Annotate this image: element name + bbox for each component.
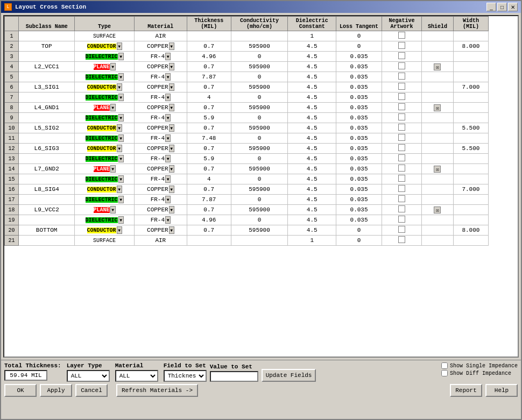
negative-artwork-checkbox[interactable] [398,185,405,192]
update-fields-button[interactable]: Update Fields [262,369,316,382]
negative-artwork-cell[interactable] [382,184,421,195]
material-dropdown-arrow[interactable]: ▼ [169,124,174,132]
material-dropdown-arrow[interactable]: ▼ [169,42,174,50]
layer-type-cell[interactable]: PLANE▼ [75,205,135,215]
negative-artwork-cell[interactable] [382,123,421,133]
material-cell[interactable]: FR-4▼ [134,52,187,62]
material-cell[interactable]: FR-4▼ [134,92,187,103]
negative-artwork-checkbox[interactable] [398,144,405,151]
type-dropdown-arrow[interactable]: ▼ [110,104,116,111]
material-cell[interactable]: FR-4▼ [134,133,187,144]
negative-artwork-checkbox[interactable] [398,134,405,141]
type-dropdown-arrow[interactable]: ▼ [118,73,124,81]
type-dropdown-arrow[interactable]: ▼ [110,206,116,213]
report-button[interactable]: Report [450,384,482,397]
material-dropdown-arrow[interactable]: ▼ [165,216,171,224]
material-dropdown-arrow[interactable]: ▼ [165,53,171,60]
material-dropdown-arrow[interactable]: ▼ [165,94,171,101]
negative-artwork-checkbox[interactable] [398,73,405,80]
layer-type-cell[interactable]: DIELECTRIC▼ [75,72,135,82]
material-dropdown-arrow[interactable]: ▼ [169,63,174,70]
type-dropdown-arrow[interactable]: ▼ [117,42,122,50]
material-cell[interactable]: FR-4▼ [134,72,187,82]
material-dropdown-arrow[interactable]: ▼ [169,206,174,213]
shield-cell[interactable] [422,92,454,103]
type-dropdown-arrow[interactable]: ▼ [110,165,116,173]
show-single-impedance-checkbox[interactable] [441,362,448,369]
type-dropdown-arrow[interactable]: ▼ [118,134,124,142]
material-dropdown-arrow[interactable]: ▼ [169,165,174,173]
negative-artwork-cell[interactable] [382,31,421,41]
negative-artwork-cell[interactable] [382,205,421,215]
shield-cell[interactable] [422,195,454,205]
shield-cell[interactable]: ☒ [422,103,454,113]
layer-type-cell[interactable]: CONDUCTOR▼ [75,123,135,133]
shield-cell[interactable]: ☒ [422,62,454,72]
negative-artwork-cell[interactable] [382,82,421,92]
negative-artwork-checkbox[interactable] [398,93,405,100]
minimize-button[interactable]: _ [486,3,496,11]
material-dropdown-arrow[interactable]: ▼ [169,83,174,91]
negative-artwork-checkbox[interactable] [398,216,405,223]
type-dropdown-arrow[interactable]: ▼ [110,63,116,70]
material-select[interactable]: ALL COPPER FR-4 AIR [115,370,158,382]
negative-artwork-cell[interactable] [382,62,421,72]
material-cell[interactable]: COPPER▼ [134,123,187,133]
help-button[interactable]: Help [485,384,518,397]
type-dropdown-arrow[interactable]: ▼ [118,114,124,122]
layer-type-cell[interactable]: DIELECTRIC▼ [75,113,135,123]
shield-cell[interactable] [422,133,454,144]
layer-type-cell[interactable]: DIELECTRIC▼ [75,174,135,184]
shield-cell[interactable] [422,123,454,133]
negative-artwork-checkbox[interactable] [398,124,405,131]
layer-type-cell[interactable]: PLANE▼ [75,164,135,174]
shield-cell[interactable] [422,225,454,236]
total-thickness-input[interactable] [4,370,47,381]
material-dropdown-arrow[interactable]: ▼ [169,226,174,234]
layer-type-cell[interactable]: DIELECTRIC▼ [75,215,135,225]
shield-cell[interactable] [422,174,454,184]
negative-artwork-cell[interactable] [382,215,421,225]
type-dropdown-arrow[interactable]: ▼ [117,124,122,132]
negative-artwork-cell[interactable] [382,92,421,103]
negative-artwork-cell[interactable] [382,52,421,62]
show-diff-impedance-checkbox[interactable] [441,370,448,376]
shield-checkbox-checked[interactable]: ☒ [434,104,441,111]
material-cell[interactable]: COPPER▼ [134,184,187,195]
material-cell[interactable]: COPPER▼ [134,41,187,52]
show-single-impedance-option[interactable]: Show Single Impedance [441,362,518,369]
layer-type-cell[interactable]: CONDUCTOR▼ [75,225,135,236]
material-cell[interactable]: FR-4▼ [134,154,187,164]
layer-type-cell[interactable]: DIELECTRIC▼ [75,154,135,164]
negative-artwork-cell[interactable] [382,144,421,154]
material-cell[interactable]: COPPER▼ [134,82,187,92]
material-cell[interactable]: FR-4▼ [134,113,187,123]
layer-type-cell[interactable]: PLANE▼ [75,103,135,113]
shield-checkbox-checked[interactable]: ☒ [434,207,441,213]
material-cell[interactable]: COPPER▼ [134,103,187,113]
negative-artwork-cell[interactable] [382,174,421,184]
layer-type-cell[interactable]: DIELECTRIC▼ [75,52,135,62]
layer-type-cell[interactable]: DIELECTRIC▼ [75,195,135,205]
negative-artwork-cell[interactable] [382,72,421,82]
shield-cell[interactable] [422,144,454,154]
shield-cell[interactable] [422,82,454,92]
type-dropdown-arrow[interactable]: ▼ [118,155,124,162]
type-dropdown-arrow[interactable]: ▼ [117,83,122,91]
type-dropdown-arrow[interactable]: ▼ [117,186,122,193]
negative-artwork-checkbox[interactable] [398,195,405,202]
negative-artwork-cell[interactable] [382,103,421,113]
shield-cell[interactable] [422,154,454,164]
negative-artwork-checkbox[interactable] [398,62,405,69]
negative-artwork-cell[interactable] [382,225,421,236]
material-cell[interactable]: COPPER▼ [134,164,187,174]
layer-type-cell[interactable]: CONDUCTOR▼ [75,144,135,154]
cancel-button[interactable]: Cancel [75,384,108,397]
shield-cell[interactable] [422,72,454,82]
negative-artwork-checkbox[interactable] [398,113,405,120]
field-to-set-select[interactable]: Thickness Conductivity Dielectric Consta… [164,370,207,382]
negative-artwork-checkbox[interactable] [398,154,405,161]
shield-cell[interactable] [422,236,454,246]
type-dropdown-arrow[interactable]: ▼ [118,196,124,203]
material-cell[interactable]: COPPER▼ [134,205,187,215]
